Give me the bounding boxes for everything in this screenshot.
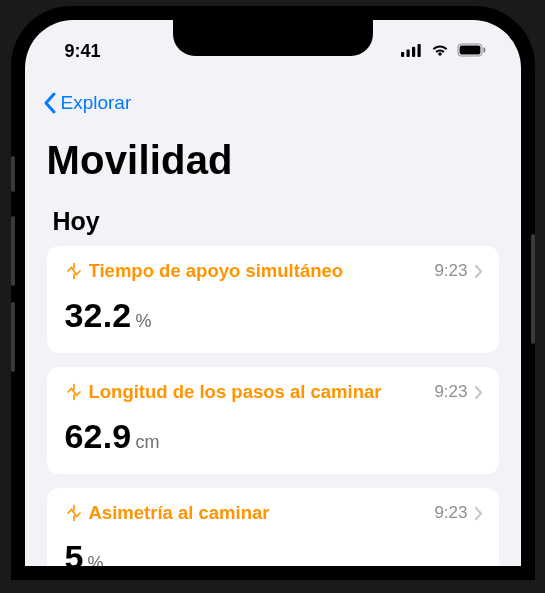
back-label: Explorar [61, 92, 132, 114]
svg-rect-2 [412, 46, 415, 56]
metric-name: Asimetría al caminar [89, 502, 425, 524]
page-title: Movilidad [25, 124, 521, 207]
device-notch [173, 20, 373, 56]
section-title: Hoy [25, 207, 521, 246]
mobility-icon [65, 383, 83, 401]
metric-unit: cm [135, 432, 159, 453]
svg-rect-3 [417, 44, 420, 57]
metric-time: 9:23 [434, 382, 467, 402]
svg-rect-5 [459, 45, 480, 54]
chevron-right-icon [474, 264, 483, 279]
metric-time: 9:23 [434, 261, 467, 281]
metric-unit: % [135, 311, 151, 332]
svg-rect-6 [483, 47, 485, 52]
metric-card[interactable]: Longitud de los pasos al caminar 9:23 62… [47, 367, 499, 474]
battery-icon [457, 41, 487, 62]
metric-value: 62.9 [65, 417, 132, 456]
metric-name: Tiempo de apoyo simultáneo [89, 260, 425, 282]
metric-card[interactable]: Asimetría al caminar 9:23 5 % [47, 488, 499, 566]
metric-value: 5 [65, 538, 84, 566]
metric-unit: % [88, 553, 104, 566]
svg-rect-1 [406, 49, 409, 57]
mobility-icon [65, 504, 83, 522]
metric-value: 32.2 [65, 296, 132, 335]
mobility-icon [65, 262, 83, 280]
cellular-icon [401, 41, 423, 62]
chevron-left-icon [43, 92, 57, 114]
status-time: 9:41 [65, 41, 101, 62]
back-button[interactable]: Explorar [25, 68, 521, 124]
svg-rect-0 [401, 52, 404, 57]
metric-card[interactable]: Tiempo de apoyo simultáneo 9:23 32.2 % [47, 246, 499, 353]
wifi-icon [430, 41, 450, 62]
chevron-right-icon [474, 385, 483, 400]
chevron-right-icon [474, 506, 483, 521]
metric-name: Longitud de los pasos al caminar [89, 381, 425, 403]
metric-time: 9:23 [434, 503, 467, 523]
